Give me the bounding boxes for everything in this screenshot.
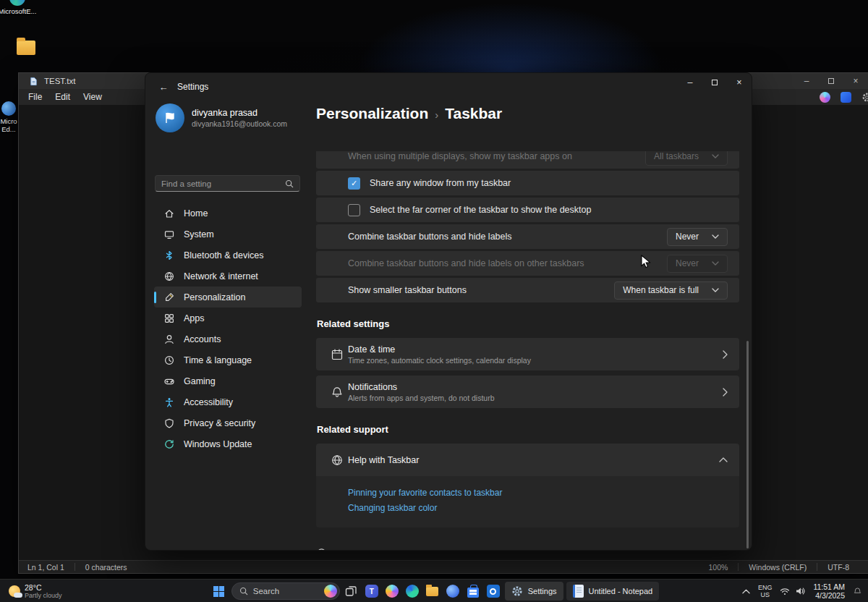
sidebar-item-label: Time & language xyxy=(184,355,252,365)
dropdown-combine-other[interactable]: Never xyxy=(667,255,728,273)
help-link-pinning-contacts[interactable]: Pinning your favorite contacts to taskba… xyxy=(348,486,739,501)
account-profile[interactable]: divyanka prasad divyanka1916@outlook.com xyxy=(156,103,287,132)
settings-window: ← Settings – × divyanka prasad divyanka1… xyxy=(145,72,752,551)
settings-titlebar[interactable]: ← Settings – × xyxy=(145,73,752,101)
taskbar-button-settings[interactable]: Settings xyxy=(505,582,563,601)
profile-name: divyanka prasad xyxy=(192,108,287,118)
notepad-statusbar: Ln 1, Col 1 0 characters 100% Windows (C… xyxy=(19,560,868,573)
breadcrumb-separator: › xyxy=(435,107,438,121)
sidebar-item-apps[interactable]: Apps xyxy=(154,308,302,328)
flag-icon xyxy=(163,111,177,125)
teams-icon[interactable]: T xyxy=(363,582,380,600)
sidebar-item-time-language[interactable]: Time & language xyxy=(154,349,302,370)
copilot-icon[interactable] xyxy=(820,92,830,103)
start-button[interactable] xyxy=(209,582,229,601)
settings-close-button[interactable]: × xyxy=(727,73,752,92)
task-view-icon[interactable] xyxy=(343,582,360,600)
edge-icon[interactable] xyxy=(404,582,421,600)
sidebar-item-system[interactable]: System xyxy=(154,224,302,245)
divider xyxy=(738,563,739,571)
breadcrumb-personalization[interactable]: Personalization xyxy=(316,105,428,122)
sidebar-item-label: Accounts xyxy=(184,334,221,344)
desktop-icon-label: MicrosoftE... xyxy=(0,7,38,15)
notification-bell-icon[interactable] xyxy=(853,587,862,596)
taskbar-button-notepad[interactable]: Untitled - Notepad xyxy=(566,582,660,601)
dropdown-combine-buttons[interactable]: Never xyxy=(667,228,728,246)
menu-file[interactable]: File xyxy=(22,90,48,104)
sidebar-item-windows-update[interactable]: Windows Update xyxy=(154,433,302,454)
sidebar-item-label: Apps xyxy=(184,313,205,323)
divider xyxy=(817,563,817,571)
status-encoding[interactable]: UTF-8 xyxy=(827,563,849,572)
status-line-ending[interactable]: Windows (CRLF) xyxy=(749,563,807,572)
sidebar-item-home[interactable]: Home xyxy=(154,203,302,224)
clock-icon xyxy=(163,355,175,366)
browser-icon[interactable] xyxy=(444,582,461,600)
dropdown-multiple-displays[interactable]: All taskbars xyxy=(645,151,728,166)
edge-icon xyxy=(9,0,25,6)
sidebar-item-accessibility[interactable]: Accessibility xyxy=(154,391,302,412)
row-far-corner-desktop: Select the far corner of the taskbar to … xyxy=(316,198,739,222)
chevron-down-icon xyxy=(712,234,719,239)
dropdown-smaller-buttons[interactable]: When taskbar is full xyxy=(614,281,728,300)
maximize-icon xyxy=(712,80,718,85)
checkbox-far-corner[interactable] xyxy=(348,204,360,216)
help-link-taskbar-color[interactable]: Changing taskbar color xyxy=(348,501,739,516)
notifications-card[interactable]: Notifications Alerts from apps and syste… xyxy=(316,376,739,408)
sidebar-item-bluetooth-devices[interactable]: Bluetooth & devices xyxy=(154,245,302,266)
menu-view[interactable]: View xyxy=(77,90,109,104)
get-help-link[interactable]: Get help xyxy=(316,548,739,550)
scrollbar-thumb[interactable] xyxy=(746,341,749,548)
sidebar-item-label: Privacy & security xyxy=(184,418,255,428)
notepad-maximize-button[interactable] xyxy=(819,73,843,89)
file-explorer-icon[interactable] xyxy=(424,582,441,600)
status-char-count: 0 characters xyxy=(85,563,127,572)
notepad-close-button[interactable]: × xyxy=(843,73,868,89)
notepad-minimize-button[interactable]: – xyxy=(794,73,819,89)
chevron-right-icon xyxy=(723,350,728,359)
desktop-icon-folder[interactable] xyxy=(6,41,46,56)
settings-sidebar: divyanka prasad divyanka1916@outlook.com… xyxy=(145,101,313,550)
checkbox-share-window[interactable]: ✓ xyxy=(348,177,360,190)
taskbar-search-box[interactable]: Search xyxy=(231,582,340,600)
search-input[interactable] xyxy=(161,179,285,188)
notifications-icon xyxy=(316,386,348,399)
sidebar-item-network-internet[interactable]: Network & internet xyxy=(154,266,302,287)
desktop-icon-microsoft-edge[interactable]: MicrosoftE... xyxy=(0,0,38,15)
taskbar: 28°C Partly cloudy Search T xyxy=(0,579,868,602)
tray-status-icons[interactable] xyxy=(780,587,805,595)
menu-edit[interactable]: Edit xyxy=(48,90,77,104)
copilot-icon[interactable] xyxy=(383,582,401,600)
globe-icon xyxy=(316,454,348,467)
sidebar-item-gaming[interactable]: Gaming xyxy=(154,370,302,391)
outlook-icon[interactable] xyxy=(485,582,502,600)
help-with-taskbar-card[interactable]: Help with Taskbar xyxy=(316,444,739,476)
sidebar-item-accounts[interactable]: Accounts xyxy=(154,328,302,349)
search-icon xyxy=(239,587,248,595)
sidebar-item-privacy-security[interactable]: Privacy & security xyxy=(154,412,302,433)
settings-minimize-button[interactable]: – xyxy=(678,73,702,92)
store-icon[interactable] xyxy=(464,582,482,600)
language-indicator[interactable]: ENG US xyxy=(758,584,773,598)
settings-search-box[interactable] xyxy=(155,175,300,192)
hidden-icons-chevron[interactable] xyxy=(742,589,750,594)
globe-icon xyxy=(163,271,175,282)
status-zoom[interactable]: 100% xyxy=(708,563,728,572)
sidebar-item-label: Gaming xyxy=(184,376,216,386)
sidebar-item-label: Personalization xyxy=(184,292,245,302)
sidebar-item-label: Home xyxy=(184,208,208,219)
sidebar-item-personalization[interactable]: Personalization xyxy=(154,287,302,308)
date-time-card[interactable]: Date & time Time zones, automatic clock … xyxy=(316,338,739,370)
clock[interactable]: 11:51 AM 4/3/2025 xyxy=(813,582,845,600)
settings-maximize-button[interactable] xyxy=(702,73,727,92)
sidebar-item-label: Windows Update xyxy=(184,439,252,449)
editor-icon[interactable] xyxy=(841,92,851,103)
windows-logo-icon xyxy=(213,585,225,598)
gear-icon xyxy=(511,585,523,597)
settings-main: Personalization › Taskbar When using mul… xyxy=(316,101,752,550)
back-button[interactable]: ← xyxy=(153,77,174,96)
notepad-tab-title[interactable]: TEST.txt xyxy=(44,77,75,85)
gaming-icon xyxy=(163,376,175,387)
gear-icon[interactable] xyxy=(861,92,868,103)
personalization-icon xyxy=(163,292,175,303)
